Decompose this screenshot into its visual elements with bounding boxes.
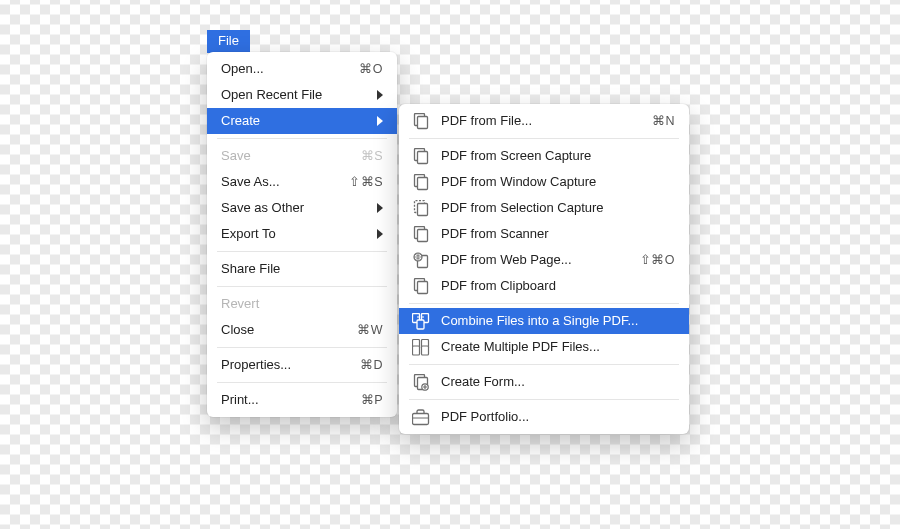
menu-item-label: PDF from Selection Capture	[441, 198, 675, 218]
menu-item-export-to[interactable]: Export To	[207, 221, 397, 247]
submenu-arrow-icon	[377, 116, 383, 126]
menu-item-print[interactable]: Print... ⌘P	[207, 387, 397, 413]
menu-item-pdf-from-file[interactable]: PDF from File... ⌘N	[399, 108, 689, 134]
submenu-arrow-icon	[377, 90, 383, 100]
menu-item-label: Properties...	[221, 355, 360, 375]
menu-item-shortcut: ⌘N	[652, 111, 675, 131]
menu-item-label: PDF from Web Page...	[441, 250, 640, 270]
menu-item-shortcut: ⌘D	[360, 355, 383, 375]
pages-icon	[411, 146, 431, 166]
create-submenu: PDF from File... ⌘N PDF from Screen Capt…	[399, 104, 689, 434]
menu-separator	[217, 138, 387, 139]
menu-item-label: PDF from Clipboard	[441, 276, 675, 296]
menu-item-close[interactable]: Close ⌘W	[207, 317, 397, 343]
menu-item-pdf-from-screen-capture[interactable]: PDF from Screen Capture	[399, 143, 689, 169]
menu-item-shortcut: ⌘S	[361, 146, 383, 166]
menu-item-open-recent[interactable]: Open Recent File	[207, 82, 397, 108]
menu-item-label: Save as Other	[221, 198, 371, 218]
form-icon	[411, 372, 431, 392]
menu-item-share-file[interactable]: Share File	[207, 256, 397, 282]
file-menu: Open... ⌘O Open Recent File Create Save …	[207, 52, 397, 417]
menu-item-label: Export To	[221, 224, 371, 244]
menu-separator	[217, 251, 387, 252]
menu-separator	[409, 303, 679, 304]
menu-item-save: Save ⌘S	[207, 143, 397, 169]
menu-item-label: Combine Files into a Single PDF...	[441, 311, 675, 331]
submenu-arrow-icon	[377, 203, 383, 213]
pages-icon	[411, 172, 431, 192]
menu-item-create-form[interactable]: Create Form...	[399, 369, 689, 395]
menu-item-shortcut: ⇧⌘S	[349, 172, 383, 192]
menu-item-save-as-other[interactable]: Save as Other	[207, 195, 397, 221]
menu-item-label: Create Multiple PDF Files...	[441, 337, 675, 357]
menu-item-label: PDF Portfolio...	[441, 407, 675, 427]
menu-item-create-multiple[interactable]: Create Multiple PDF Files...	[399, 334, 689, 360]
portfolio-icon	[411, 407, 431, 427]
combine-icon	[411, 311, 431, 331]
menu-item-label: Open Recent File	[221, 85, 371, 105]
globe-pages-icon	[411, 250, 431, 270]
menu-item-label: Create Form...	[441, 372, 675, 392]
menu-separator	[409, 138, 679, 139]
menu-item-shortcut: ⌘W	[357, 320, 383, 340]
menu-item-shortcut: ⌘O	[359, 59, 383, 79]
menu-item-label: Revert	[221, 294, 383, 314]
menu-item-pdf-from-window-capture[interactable]: PDF from Window Capture	[399, 169, 689, 195]
menu-item-label: Save As...	[221, 172, 349, 192]
pages-icon	[411, 224, 431, 244]
dashed-pages-icon	[411, 198, 431, 218]
pages-icon	[411, 111, 431, 131]
menu-item-pdf-from-web-page[interactable]: PDF from Web Page... ⇧⌘O	[399, 247, 689, 273]
menu-item-label: Close	[221, 320, 357, 340]
submenu-arrow-icon	[377, 229, 383, 239]
menu-item-create[interactable]: Create	[207, 108, 397, 134]
menu-item-shortcut: ⇧⌘O	[640, 250, 675, 270]
menu-item-label: PDF from Scanner	[441, 224, 675, 244]
menu-item-pdf-from-clipboard[interactable]: PDF from Clipboard	[399, 273, 689, 299]
menu-item-save-as[interactable]: Save As... ⇧⌘S	[207, 169, 397, 195]
menu-item-pdf-from-scanner[interactable]: PDF from Scanner	[399, 221, 689, 247]
menu-separator	[217, 286, 387, 287]
menu-item-pdf-portfolio[interactable]: PDF Portfolio...	[399, 404, 689, 430]
menu-item-label: PDF from File...	[441, 111, 652, 131]
menubar-file[interactable]: File	[207, 30, 250, 53]
menu-item-label: PDF from Window Capture	[441, 172, 675, 192]
multi-icon	[411, 337, 431, 357]
menu-item-label: Create	[221, 111, 371, 131]
menu-item-shortcut: ⌘P	[361, 390, 383, 410]
menubar-file-label: File	[218, 33, 239, 48]
menu-separator	[409, 399, 679, 400]
menu-item-properties[interactable]: Properties... ⌘D	[207, 352, 397, 378]
menu-item-combine-files[interactable]: Combine Files into a Single PDF...	[399, 308, 689, 334]
menu-item-label: Open...	[221, 59, 359, 79]
menu-separator	[409, 364, 679, 365]
menu-item-revert: Revert	[207, 291, 397, 317]
menu-item-label: Save	[221, 146, 361, 166]
menu-item-open[interactable]: Open... ⌘O	[207, 56, 397, 82]
menu-item-label: PDF from Screen Capture	[441, 146, 675, 166]
menu-item-pdf-from-selection-capture[interactable]: PDF from Selection Capture	[399, 195, 689, 221]
menu-item-label: Share File	[221, 259, 383, 279]
pages-icon	[411, 276, 431, 296]
menu-item-label: Print...	[221, 390, 361, 410]
menu-separator	[217, 382, 387, 383]
menu-separator	[217, 347, 387, 348]
